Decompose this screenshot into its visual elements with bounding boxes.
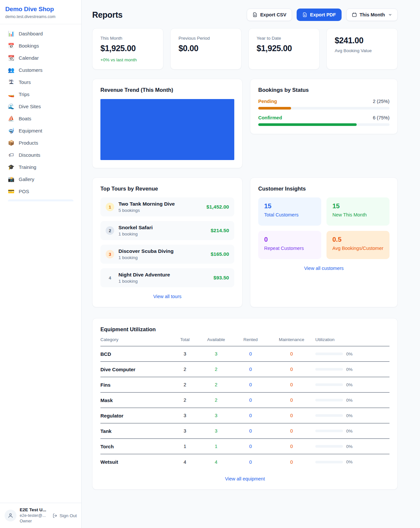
- sign-out-button[interactable]: Sign Out: [52, 513, 77, 518]
- export-csv-label: Export CSV: [260, 12, 286, 17]
- top-tours-title: Top Tours by Revenue: [100, 186, 234, 192]
- utilization-percent: 0%: [346, 444, 353, 449]
- customer-insights-title: Customer Insights: [258, 186, 389, 192]
- tile-label: Repeat Customers: [264, 246, 315, 251]
- sailboat-icon: ⛵: [8, 116, 14, 121]
- total-cell: 2: [171, 382, 199, 387]
- tile-label: Avg Bookings/Customer: [332, 246, 384, 251]
- sidebar-item-bookings[interactable]: 📅 Bookings: [4, 40, 77, 52]
- sidebar-item-dashboard[interactable]: 📊 Dashboard: [4, 28, 77, 40]
- export-csv-button[interactable]: Export CSV: [247, 9, 292, 21]
- rented-cell: 0: [233, 428, 268, 434]
- view-all-customers-link[interactable]: View all customers: [258, 266, 389, 271]
- rented-cell: 0: [233, 367, 268, 372]
- stat-change: +0% vs last month: [100, 57, 155, 62]
- sidebar-item-training[interactable]: 🎓 Training: [4, 161, 77, 173]
- sidebar-item-gallery[interactable]: 📸 Gallery: [4, 173, 77, 185]
- tile-label: Total Customers: [264, 212, 315, 217]
- user-role: Owner: [20, 518, 46, 524]
- tile-label: New This Month: [332, 212, 384, 217]
- utilization-cell: 0%: [315, 352, 389, 356]
- package-icon: 📦: [8, 140, 14, 146]
- total-cell: 2: [171, 367, 199, 372]
- bookings-by-status-title: Bookings by Status: [258, 87, 389, 93]
- sidebar-item-label: Dive Sites: [19, 104, 41, 109]
- sidebar-item-dive-sites[interactable]: 🌊 Dive Sites: [4, 100, 77, 112]
- export-pdf-label: Export PDF: [310, 12, 336, 17]
- sidebar-item-equipment[interactable]: 🤿 Equipment: [4, 125, 77, 137]
- sidebar-item-customers[interactable]: 👥 Customers: [4, 64, 77, 76]
- sidebar-item-boats[interactable]: ⛵ Boats: [4, 112, 77, 125]
- sidebar-item-label: Training: [19, 164, 36, 170]
- rented-cell: 0: [233, 351, 268, 356]
- view-all-equipment-link[interactable]: View all equipment: [100, 476, 389, 481]
- page-title: Reports: [92, 10, 122, 20]
- equipment-category: Torch: [100, 444, 171, 449]
- available-cell: 2: [199, 367, 233, 372]
- table-row: Wetsuit 4 4 0 0 0%: [100, 454, 389, 470]
- sidebar-item-label: Tours: [19, 79, 31, 85]
- utilization-bar: [315, 430, 343, 432]
- utilization-bar: [315, 383, 343, 386]
- status-count: 6 (75%): [373, 115, 389, 120]
- person-icon: [8, 513, 13, 518]
- utilization-percent: 0%: [346, 382, 353, 387]
- avatar: [5, 510, 16, 521]
- stat-value: $1,925.00: [257, 44, 311, 53]
- people-icon: 👥: [8, 68, 14, 73]
- maintenance-cell: 0: [268, 459, 315, 465]
- equipment-category: Mask: [100, 397, 171, 403]
- sidebar-item-label: Gallery: [19, 176, 34, 182]
- stat-value: $1,925.00: [100, 44, 155, 53]
- progress-fill: [258, 123, 357, 126]
- stat-label: Year to Date: [257, 36, 311, 41]
- tour-revenue: $93.50: [214, 275, 229, 281]
- user-name: E2E Test U...: [20, 507, 46, 513]
- period-dropdown[interactable]: This Month: [346, 9, 398, 21]
- sidebar-item-label: Dashboard: [19, 31, 43, 36]
- diving-mask-icon: 🤿: [8, 128, 14, 133]
- page-header: Reports Export CSV Export PDF: [92, 9, 398, 21]
- header-actions: Export CSV Export PDF This Month: [247, 9, 398, 21]
- tour-bookings: 1 booking: [118, 232, 153, 236]
- sidebar-item-label: Boats: [19, 116, 31, 121]
- utilization-bar: [315, 353, 343, 355]
- available-cell: 2: [199, 382, 233, 387]
- total-cell: 3: [171, 351, 199, 356]
- status-label: Pending: [258, 99, 277, 104]
- utilization-bar: [315, 445, 343, 448]
- camera-icon: 📸: [8, 177, 14, 182]
- sidebar-item-pos[interactable]: 💳 POS: [4, 185, 77, 197]
- rank-badge: 3: [106, 250, 114, 258]
- progress-track: [258, 123, 389, 126]
- stats-row: This Month $1,925.00 +0% vs last month P…: [92, 28, 398, 70]
- insights-row: Top Tours by Revenue 1 Two Tank Morning …: [92, 177, 398, 307]
- tile-value: 15: [332, 202, 384, 210]
- sidebar-item-trips[interactable]: 🚤 Trips: [4, 88, 77, 100]
- tour-bookings: 1 booking: [118, 255, 174, 260]
- table-row: Regulator 3 3 0 0 0%: [100, 408, 389, 423]
- rented-cell: 0: [233, 397, 268, 403]
- sidebar-item-tours[interactable]: 🏝 Tours: [4, 76, 77, 88]
- main-content: Reports Export CSV Export PDF: [82, 0, 420, 528]
- view-all-tours-link[interactable]: View all tours: [100, 294, 234, 299]
- sidebar-item-discounts[interactable]: 🏷 Discounts: [4, 149, 77, 161]
- status-count: 2 (25%): [373, 99, 389, 104]
- maintenance-cell: 0: [268, 382, 315, 387]
- export-pdf-button[interactable]: Export PDF: [297, 9, 342, 21]
- sidebar-item-active-partial[interactable]: [8, 199, 74, 201]
- maintenance-cell: 0: [268, 367, 315, 372]
- customer-insights-card: Customer Insights 15 Total Customers 15 …: [250, 177, 398, 307]
- tour-list: 1 Two Tank Morning Dive 5 bookings $1,45…: [100, 197, 234, 287]
- available-cell: 3: [199, 351, 233, 356]
- total-cell: 4: [171, 459, 199, 465]
- tour-bookings: 5 bookings: [118, 208, 175, 213]
- equipment-category: Tank: [100, 428, 171, 434]
- sidebar-item-calendar[interactable]: 📆 Calendar: [4, 52, 77, 64]
- utilization-cell: 0%: [315, 398, 389, 403]
- sidebar-item-label: Trips: [19, 91, 30, 97]
- available-cell: 1: [199, 444, 233, 449]
- sidebar-user-footer: E2E Test U... e2e-tester@... Owner Sign …: [0, 503, 81, 528]
- sidebar-item-products[interactable]: 📦 Products: [4, 137, 77, 149]
- column-header: Rented: [233, 337, 268, 342]
